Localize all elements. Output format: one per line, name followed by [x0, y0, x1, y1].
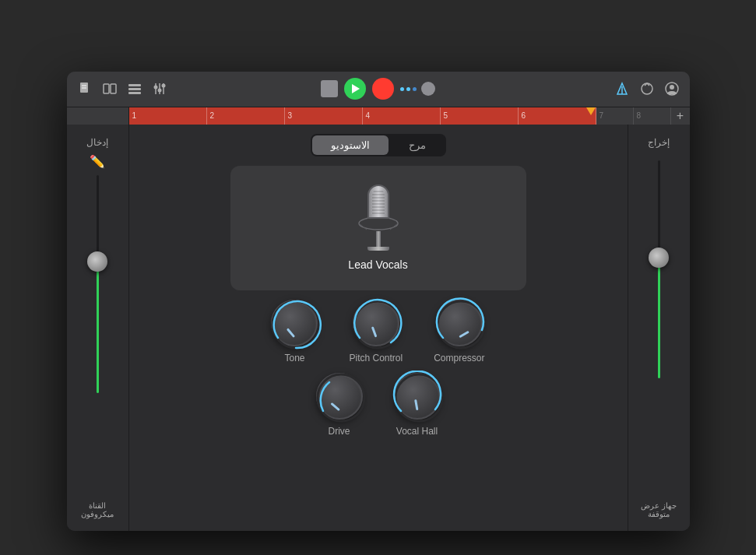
compressor-label: Compressor [434, 353, 484, 364]
mixer-icon[interactable] [151, 80, 168, 97]
timeline-ruler-container: 1 2 3 4 5 6 [129, 107, 596, 125]
tempo-circle [421, 82, 435, 96]
output-fader-knob[interactable] [649, 248, 669, 268]
vocal-hall-knob[interactable] [394, 373, 441, 420]
main-content: إدخال ✏️ القناة ميكروفون الاستوديو مرح [67, 125, 690, 531]
svg-point-26 [396, 374, 442, 421]
metronome-icon[interactable] [614, 80, 631, 97]
svg-point-25 [318, 374, 364, 421]
vocal-hall-arc [392, 371, 446, 425]
svg-rect-5 [128, 84, 141, 86]
mic-head [367, 184, 389, 219]
right-panel: إخراج جهاز عرضمتوقفة [628, 125, 690, 531]
svg-rect-3 [104, 84, 109, 93]
input-label: إدخال [86, 137, 108, 148]
input-fader-fill [97, 262, 99, 393]
microphone-label: القناة ميكروفون [73, 501, 122, 518]
svg-rect-4 [111, 84, 116, 93]
output-fader-track[interactable] [658, 160, 660, 378]
mic-grille [372, 189, 385, 214]
play-button[interactable] [344, 78, 366, 100]
instrument-name: Lead Vocals [348, 258, 407, 271]
record-button[interactable] [372, 78, 394, 100]
ruler-seg-2: 2 [207, 107, 285, 125]
list-view-icon[interactable] [126, 80, 143, 97]
ruler-seg-1: 1 [129, 107, 207, 125]
svg-point-24 [438, 301, 484, 348]
knob-group-pitch: Pitch Control [349, 300, 403, 364]
timeline-left-spacer [67, 107, 129, 125]
pitch-control-label: Pitch Control [349, 353, 403, 364]
knobs-row-1: Tone Pitch Control [271, 300, 484, 364]
toolbar-center [321, 78, 435, 100]
instrument-card: Lead Vocals [230, 166, 526, 290]
timeline-ruler-right: 7 8 + [596, 107, 690, 125]
input-fader-knob[interactable] [87, 251, 107, 272]
input-bottom-label: القناة ميكروفون [73, 501, 122, 518]
segment-control: الاستوديو مرح [311, 134, 446, 156]
split-view-icon[interactable] [101, 80, 118, 97]
knob-group-tone: Tone [271, 300, 318, 364]
tempo-display [400, 82, 435, 96]
svg-point-11 [153, 86, 157, 90]
pencil-icon[interactable]: ✏️ [90, 154, 105, 169]
toolbar-left [76, 80, 315, 97]
ruler-seg-4: 4 [363, 107, 441, 125]
toolbar [67, 72, 690, 107]
mic-illustration [355, 184, 402, 251]
svg-point-18 [670, 85, 674, 90]
output-label: إخراج [648, 137, 670, 148]
ruler-seg-7: 7 [596, 107, 634, 125]
mic-body [376, 231, 381, 247]
app-window: 1 2 3 4 5 6 7 8 + إدخال ✏️ [67, 72, 690, 531]
add-track-button[interactable]: + [671, 107, 690, 125]
svg-line-21 [390, 223, 398, 230]
svg-rect-7 [128, 92, 141, 94]
knob-group-compressor: Compressor [434, 300, 484, 364]
tone-knob[interactable] [271, 300, 318, 346]
knob-group-vocal-hall: Vocal Hall [394, 373, 441, 437]
tone-arc [269, 297, 323, 352]
tone-label: Tone [284, 353, 304, 364]
vocal-hall-label: Vocal Hall [396, 426, 438, 437]
output-device-label: جهاز عرضمتوقفة [641, 501, 677, 518]
account-icon[interactable] [663, 80, 680, 97]
svg-point-12 [157, 89, 161, 93]
stop-button[interactable] [321, 80, 338, 97]
compressor-knob[interactable] [436, 300, 483, 346]
tab-studio[interactable]: الاستوديو [312, 135, 389, 155]
tempo-dot-2 [406, 87, 410, 91]
mic-base [367, 247, 389, 251]
toolbar-right [441, 80, 680, 97]
tempo-dot-1 [400, 87, 404, 91]
drive-label: Drive [328, 426, 350, 437]
output-fader-container [635, 154, 684, 501]
knob-group-drive: Drive [316, 373, 363, 437]
ruler-seg-5: 5 [441, 107, 519, 125]
ruler-seg-8: 8 [634, 107, 671, 125]
input-fader-container [73, 169, 122, 501]
svg-line-20 [359, 223, 367, 230]
svg-point-16 [642, 83, 652, 94]
output-fader-fill [658, 258, 660, 378]
tab-fun[interactable]: مرح [390, 135, 445, 155]
svg-rect-6 [128, 88, 141, 90]
svg-point-13 [161, 84, 165, 88]
input-fader-track[interactable] [97, 175, 99, 393]
drive-arc [314, 371, 368, 425]
ruler-seg-3: 3 [285, 107, 363, 125]
drive-knob[interactable] [316, 373, 363, 420]
tempo-dots [400, 87, 417, 91]
knobs-row-2: Drive Vocal Hall [316, 373, 441, 437]
timeline-row: 1 2 3 4 5 6 7 8 + [67, 107, 690, 125]
pitch-control-knob[interactable] [353, 300, 399, 346]
output-bottom-label: جهاز عرضمتوقفة [641, 501, 677, 518]
left-panel: إدخال ✏️ القناة ميكروفون [67, 125, 129, 531]
pitch-arc [350, 297, 405, 352]
playhead [586, 107, 596, 115]
settings-icon[interactable] [638, 80, 656, 97]
compressor-arc [434, 297, 488, 352]
tempo-dot-3 [413, 87, 417, 91]
file-icon[interactable] [76, 80, 93, 97]
ruler-marks: 1 2 3 4 5 6 [129, 107, 596, 125]
